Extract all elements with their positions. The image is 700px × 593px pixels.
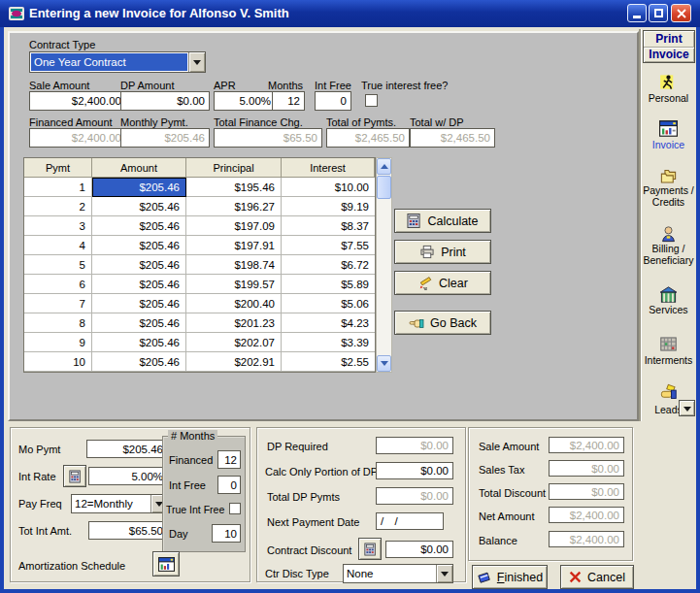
sale-amount-field[interactable]: $2,400.00 [29,91,126,111]
int-rate-calculator-button[interactable] [63,465,86,487]
grid-cell[interactable]: 3 [24,216,92,236]
pay-freq-dropdown[interactable]: 12=Monthly [71,494,168,513]
financed-months-field[interactable]: 12 [217,450,241,469]
sidebar-item-label: Invoice [641,139,696,150]
grid-cell[interactable]: 8 [24,313,92,333]
calculator-icon [69,470,82,483]
day-field[interactable]: 10 [212,524,241,543]
finished-button[interactable]: Finished [472,565,548,589]
scrollbar-thumb[interactable] [377,176,391,199]
grid-cell[interactable]: $196.27 [186,197,282,216]
grid-cell[interactable]: $205.46 [92,333,186,352]
grid-cell[interactable]: $9.19 [282,197,375,216]
grid-cell[interactable]: $205.46 [92,255,186,275]
apr-field[interactable]: 5.00% [214,91,276,111]
true-int-free-label: True Int Free [166,504,224,515]
calculate-button[interactable]: Calculate [394,209,491,233]
financed-label: Financed [169,454,213,466]
plots-grid-icon [659,335,678,353]
grid-cell[interactable]: 10 [24,352,92,372]
grid-cell[interactable]: $202.07 [186,333,282,352]
scroll-up-button[interactable] [377,158,391,175]
grid-cell[interactable]: $200.40 [186,294,282,313]
maximize-button[interactable] [649,4,668,22]
grid-cell[interactable]: 1 [24,178,92,197]
grid-cell[interactable]: 6 [24,275,92,294]
tot-int-amt-field[interactable]: $65.50 [88,521,168,540]
grid-cell[interactable]: 7 [24,294,92,313]
sidebar-item-label: Interments [641,354,696,366]
grid-cell[interactable]: $10.00 [282,178,375,197]
clear-button[interactable]: Clear [394,271,491,295]
grid-cell[interactable]: $205.46 [92,294,186,313]
grid-cell[interactable]: $205.46 [92,236,186,255]
print-button-label: Print [441,246,466,259]
grid-cell[interactable]: $6.72 [282,255,375,275]
next-payment-date-field[interactable]: / / [376,512,444,530]
grid-row: 10 $205.46 $202.91 $2.55 [24,352,375,372]
grid-cell[interactable]: $197.91 [186,236,282,255]
grid-row: 6 $205.46 $199.57 $5.89 [24,275,375,294]
contract-discount-field[interactable]: $0.00 [385,541,453,558]
grid-cell[interactable]: 5 [24,255,92,275]
print-button[interactable]: Print [394,240,491,264]
contract-type-dropdown[interactable]: One Year Contract [29,51,206,73]
grid-cell[interactable]: $205.46 [92,216,186,236]
dp-amount-field[interactable]: $0.00 [120,91,210,111]
minimize-button[interactable] [627,4,647,22]
contract-discount-calculator-button[interactable] [358,538,382,560]
months-field[interactable]: 12 [272,91,305,111]
grid-cell[interactable]: $7.55 [282,236,375,255]
grid-cell[interactable]: $202.91 [186,352,282,372]
grid-cell[interactable]: $199.57 [186,275,282,294]
ctr-disc-type-value: None [344,565,436,582]
true-int-free-checkbox[interactable] [229,503,241,514]
grid-cell[interactable]: 4 [24,236,92,255]
print-invoice-label-line2: Invoice [644,48,694,63]
grid-cell[interactable]: $205.46 [92,275,186,294]
grid-scrollbar[interactable] [376,157,392,373]
total-finance-chg-field: $65.50 [214,128,322,148]
calc-only-dp-field[interactable]: $0.00 [376,462,453,479]
go-back-button[interactable]: Go Back [394,311,491,335]
grid-header-amount: Amount [92,158,186,178]
close-button[interactable] [671,4,691,22]
grid-cell[interactable]: $4.23 [282,313,375,333]
grid-cell[interactable]: $3.39 [282,333,375,352]
int-free-months-field[interactable]: 0 [217,476,241,494]
chevron-up-icon [381,160,388,169]
int-free-field[interactable]: 0 [315,91,351,111]
total-of-pymts-label: Total of Pymts. [326,116,396,128]
grid-cell[interactable]: $198.74 [186,255,282,275]
grid-cell[interactable]: $5.06 [282,294,375,313]
scrollbar-track[interactable] [377,199,391,355]
cancel-button[interactable]: Cancel [560,565,634,589]
mo-pymt-field[interactable]: $205.46 [86,440,168,458]
grid-cell[interactable]: $205.46 [92,352,186,372]
grid-cell[interactable]: $2.55 [282,352,375,372]
grid-cell[interactable]: $205.46 [92,197,186,216]
grid-cell[interactable]: 2 [24,197,92,216]
amortization-schedule-button[interactable] [152,551,180,577]
leads-dropdown-button[interactable] [679,400,695,416]
grid-cell[interactable]: $5.89 [282,275,375,294]
cancel-button-label: Cancel [587,571,625,584]
true-interest-free-checkbox[interactable] [365,94,378,107]
grid-cell-selected[interactable]: $205.46 [92,178,186,197]
print-invoice-button[interactable]: Print Invoice [643,30,695,63]
net-amount-field: $2,400.00 [549,507,624,523]
grid-cell[interactable]: $201.23 [186,313,282,333]
scroll-down-button[interactable] [377,355,391,372]
contract-type-dropdown-button[interactable] [188,52,205,72]
grid-cell[interactable]: $8.37 [282,216,375,236]
grid-row: 1 $205.46 $195.46 $10.00 [24,178,375,197]
grid-row: 2 $205.46 $196.27 $9.19 [24,197,375,216]
grid-cell[interactable]: 9 [24,333,92,352]
grid-cell[interactable]: $205.46 [92,313,186,333]
grid-cell[interactable]: $197.09 [186,216,282,236]
sales-tax-field: $0.00 [549,460,624,477]
grid-cell[interactable]: $195.46 [186,178,282,197]
ctr-disc-type-dropdown[interactable]: None [343,564,453,583]
ctr-disc-type-dropdown-button[interactable] [436,565,452,582]
int-rate-field[interactable]: 5.00% [88,467,168,485]
